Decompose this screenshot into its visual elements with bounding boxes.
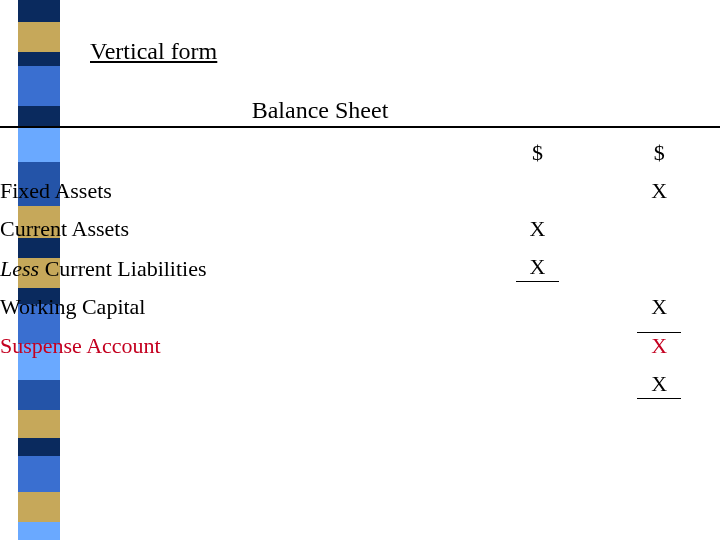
overlined-value: X <box>637 332 681 359</box>
working-capital-col1 <box>477 288 599 326</box>
total-col2: X <box>598 365 720 405</box>
working-capital-col2: X <box>598 288 720 326</box>
fixed-assets-label: Fixed Assets <box>0 172 477 210</box>
row-suspense: Suspense Account X <box>0 326 720 365</box>
form-title: Vertical form <box>90 38 720 65</box>
sidebar-segment <box>18 522 60 540</box>
total-label <box>0 365 477 405</box>
row-working-capital: Working Capital X <box>0 288 720 326</box>
current-assets-label: Current Assets <box>0 210 477 248</box>
row-less-liabilities: Less Current Liabilities X <box>0 248 720 288</box>
current-assets-col2 <box>598 210 720 248</box>
less-liabilities-col2 <box>598 248 720 288</box>
row-total: X <box>0 365 720 405</box>
suspense-label: Suspense Account <box>0 326 477 365</box>
sidebar-segment <box>18 492 60 522</box>
sidebar-segment <box>18 456 60 492</box>
col1-header: $ <box>477 134 599 172</box>
slide-content: Vertical form Balance Sheet $ $ Fixed As… <box>0 38 720 405</box>
subtitle-row: Balance Sheet <box>0 97 720 128</box>
underlined-value: X <box>516 254 560 282</box>
less-liabilities-label: Less Current Liabilities <box>0 248 477 288</box>
sidebar-segment <box>18 438 60 456</box>
fixed-assets-col1 <box>477 172 599 210</box>
balance-sheet-table: $ $ Fixed Assets X Current Assets X Less… <box>0 134 720 405</box>
total-col1 <box>477 365 599 405</box>
sidebar-segment <box>18 410 60 438</box>
current-assets-col1: X <box>477 210 599 248</box>
less-prefix: Less <box>0 256 39 281</box>
working-capital-label: Working Capital <box>0 288 477 326</box>
header-row: $ $ <box>0 134 720 172</box>
total-underlined: X <box>637 371 681 399</box>
suspense-col1 <box>477 326 599 365</box>
fixed-assets-col2: X <box>598 172 720 210</box>
less-liabilities-col1: X <box>477 248 599 288</box>
suspense-col2: X <box>598 326 720 365</box>
less-liab-text: Current Liabilities <box>39 256 206 281</box>
row-fixed-assets: Fixed Assets X <box>0 172 720 210</box>
sheet-subtitle: Balance Sheet <box>120 97 520 124</box>
sidebar-segment <box>18 0 60 22</box>
empty-cell <box>0 134 477 172</box>
row-current-assets: Current Assets X <box>0 210 720 248</box>
col2-header: $ <box>598 134 720 172</box>
